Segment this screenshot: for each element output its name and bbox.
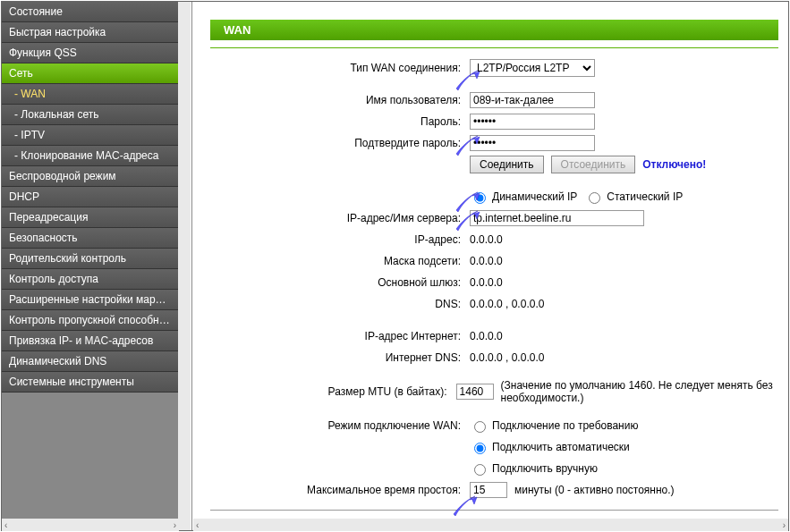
mtu-note: (Значение по умолчанию 1460. Не следует … <box>501 379 788 404</box>
gateway-value: 0.0.0.0 <box>470 276 503 289</box>
sidebar-item[interactable]: - WAN <box>2 84 178 105</box>
label-mask: Маска подсети: <box>210 255 470 267</box>
label-wan-mode: Режим подключение WAN: <box>210 419 470 432</box>
sidebar-item[interactable]: DHCP <box>2 187 178 207</box>
label-username: Имя пользователя: <box>210 94 470 106</box>
sidebar-item[interactable]: Родительский контроль <box>2 249 178 269</box>
mask-value: 0.0.0.0 <box>470 255 503 267</box>
main-content: WAN Тип WAN соединения: L2TP/Россия L2TP… <box>192 2 788 530</box>
radio-dynamic-ip[interactable]: Динамический IP <box>470 190 577 204</box>
sidebar-item[interactable]: Контроль пропускной способности <box>2 310 178 331</box>
label-dns: DNS: <box>210 298 470 310</box>
sidebar-item[interactable]: Привязка IP- и MAC-адресов <box>2 331 178 351</box>
sidebar-item[interactable]: - IPTV <box>2 125 178 146</box>
idle-input[interactable] <box>470 482 507 498</box>
sidebar-item[interactable]: Безопасность <box>2 228 178 249</box>
sidebar-item[interactable]: Беспроводной режим <box>2 166 178 187</box>
server-input[interactable] <box>470 210 644 226</box>
ip-value: 0.0.0.0 <box>470 233 503 246</box>
sidebar-item[interactable]: Контроль доступа <box>2 269 178 290</box>
sidebar-item[interactable]: - Клонирование MAC-адреса <box>2 146 178 166</box>
dns-value: 0.0.0.0 , 0.0.0.0 <box>470 298 544 310</box>
sidebar-item[interactable]: Переадресация <box>2 207 178 228</box>
divider <box>210 510 778 511</box>
sidebar-item[interactable]: - Локальная сеть <box>2 105 178 125</box>
divider <box>210 47 778 48</box>
sidebar-item[interactable]: Системные инструменты <box>2 372 178 393</box>
label-inet-ip: IP-адрес Интернет: <box>210 330 470 342</box>
label-conn-type: Тип WAN соединения: <box>210 62 470 74</box>
radio-static-ip[interactable]: Статический IP <box>584 190 683 204</box>
sidebar-item[interactable]: Расширенные настройки маршрутизации <box>2 290 178 310</box>
disconnect-button: Отсоединить <box>551 156 636 173</box>
wan-type-select[interactable]: L2TP/Россия L2TP <box>470 59 595 77</box>
radio-manual-connect[interactable]: Подключить вручную <box>470 461 598 476</box>
main-hscroll[interactable]: ‹› <box>193 519 788 531</box>
mtu-input[interactable] <box>456 384 494 400</box>
idle-note: минуты (0 - активно постоянно.) <box>514 484 675 496</box>
connection-status: Отключено! <box>642 158 706 171</box>
inet-ip-value: 0.0.0.0 <box>470 330 503 342</box>
label-mtu: Размер MTU (в байтах): <box>210 385 456 398</box>
page-title: WAN <box>210 20 778 40</box>
radio-on-demand[interactable]: Подключение по требованию <box>470 418 638 433</box>
sidebar-scrollbar[interactable] <box>178 2 191 530</box>
label-ip: IP-адрес: <box>210 233 470 246</box>
inet-dns-value: 0.0.0.0 , 0.0.0.0 <box>470 351 544 364</box>
label-idle: Максимальное время простоя: <box>210 484 470 496</box>
sidebar-item[interactable]: Динамический DNS <box>2 351 178 372</box>
sidebar-hscroll[interactable]: ‹› <box>2 519 179 531</box>
password-confirm-input[interactable] <box>470 135 595 151</box>
sidebar: СостояниеБыстрая настройкаФункция QSSСет… <box>2 2 179 530</box>
label-server: IP-адрес/Имя сервера: <box>210 212 470 224</box>
sidebar-item[interactable]: Сеть <box>2 63 178 84</box>
label-inet-dns: Интернет DNS: <box>210 351 470 364</box>
sidebar-item[interactable]: Состояние <box>2 2 178 22</box>
label-password2: Подтвердите пароль: <box>210 137 470 149</box>
label-gateway: Основной шлюз: <box>210 276 470 289</box>
label-password: Пароль: <box>210 115 470 128</box>
sidebar-gap <box>179 2 192 530</box>
username-input[interactable] <box>470 92 595 108</box>
password-input[interactable] <box>470 114 595 130</box>
sidebar-item[interactable]: Функция QSS <box>2 43 178 63</box>
radio-auto-connect[interactable]: Подключить автоматически <box>470 440 630 454</box>
sidebar-item[interactable]: Быстрая настройка <box>2 22 178 43</box>
connect-button[interactable]: Соединить <box>470 156 544 173</box>
